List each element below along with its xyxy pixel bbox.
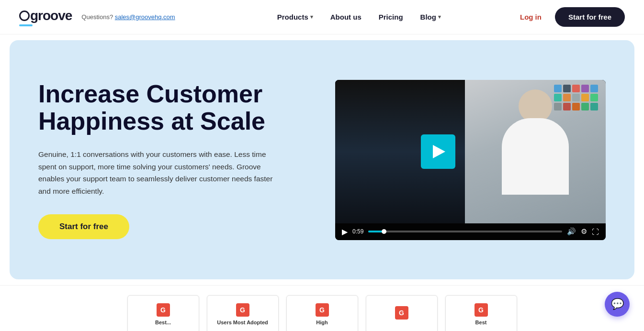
nav-question-text: Questions? sales@groovehq.com [81, 13, 175, 21]
badge-label-1: Best... [155, 320, 171, 325]
nav-item-blog[interactable]: Blog ▾ [414, 9, 448, 25]
nav-item-about[interactable]: About us [324, 9, 368, 25]
nav-item-products[interactable]: Products ▾ [271, 9, 320, 25]
video-container: ▶ 0:59 🔊 ⚙ ⛶ [335, 80, 606, 240]
badge-card-1: G Best... [127, 295, 199, 331]
video-timestamp: 0:59 [352, 228, 363, 235]
hero-title: Increase Customer Happiness at Scale [38, 80, 306, 135]
video-settings-button[interactable]: ⚙ [581, 227, 587, 236]
nav-blog-chevron: ▾ [438, 14, 441, 20]
g2-icon-2: G [236, 303, 249, 317]
video-play-control[interactable]: ▶ [342, 227, 348, 236]
badge-card-5: G Best [445, 295, 517, 331]
navbar: groove Questions? sales@groovehq.com Pro… [0, 0, 644, 34]
nav-pricing-label: Pricing [379, 13, 403, 21]
video-progress-bar[interactable] [368, 231, 562, 232]
logo-wordmark: groove [30, 8, 72, 23]
nav-blog-label: Blog [420, 13, 436, 21]
hero-section: Increase Customer Happiness at Scale Gen… [10, 40, 634, 279]
video-control-icons: 🔊 ⚙ ⛶ [567, 227, 599, 236]
video-play-button[interactable] [421, 134, 455, 169]
video-thumbnail [335, 80, 606, 223]
badge-label-2: Users Most Adopted [217, 320, 268, 325]
logo-o-circle [19, 11, 30, 21]
video-volume-button[interactable]: 🔊 [567, 227, 576, 236]
nav-products-label: Products [277, 13, 308, 21]
logo-accent-line [19, 24, 33, 26]
nav-about-label: About us [330, 13, 362, 21]
badges-row: G Best... G Users Most Adopted G High G … [0, 285, 644, 331]
badge-card-2: G Users Most Adopted [207, 295, 279, 331]
g2-icon-1: G [157, 303, 170, 317]
logo[interactable]: groove [19, 8, 72, 26]
badge-card-4: G [366, 295, 438, 331]
nav-item-pricing[interactable]: Pricing [372, 9, 410, 25]
video-progress-fill [368, 231, 384, 232]
badge-label-5: Best [475, 320, 487, 325]
g2-icon-5: G [475, 303, 488, 317]
hero-video: ▶ 0:59 🔊 ⚙ ⛶ [335, 80, 606, 240]
hero-description: Genuine, 1:1 conversations with your cus… [38, 148, 273, 197]
chat-bubble-button[interactable]: 💬 [605, 292, 630, 317]
navbar-nav: Products ▾ About us Pricing Blog ▾ [204, 9, 514, 25]
video-progress-handle [382, 229, 386, 234]
question-label: Questions? [81, 13, 113, 21]
g2-icon-4: G [395, 306, 408, 320]
badge-label-3: High [316, 320, 328, 325]
start-free-button-nav[interactable]: Start for free [555, 7, 625, 27]
logo-text: groove [19, 8, 72, 23]
nav-email-link[interactable]: sales@groovehq.com [115, 13, 175, 21]
video-fullscreen-button[interactable]: ⛶ [592, 228, 599, 236]
nav-products-chevron: ▾ [310, 14, 313, 20]
login-button[interactable]: Log in [514, 9, 547, 25]
hero-content: Increase Customer Happiness at Scale Gen… [38, 80, 306, 240]
video-art-squares [554, 85, 598, 110]
g2-icon-3: G [316, 303, 329, 317]
start-free-button-hero[interactable]: Start for free [38, 214, 129, 239]
navbar-left: groove Questions? sales@groovehq.com [19, 8, 175, 26]
navbar-actions: Log in Start for free [514, 7, 625, 27]
chat-icon: 💬 [611, 298, 624, 310]
video-controls-bar: ▶ 0:59 🔊 ⚙ ⛶ [335, 223, 606, 240]
play-icon [433, 145, 445, 158]
badge-card-3: G High [286, 295, 358, 331]
